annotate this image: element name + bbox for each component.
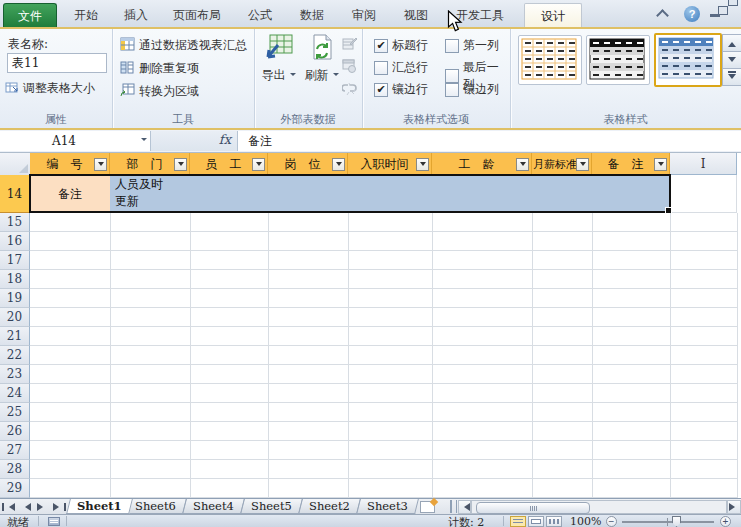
macro-record-icon[interactable]	[48, 517, 60, 526]
sheet-tab-sheet6[interactable]: Sheet6	[124, 499, 187, 514]
name-box[interactable]: A14	[0, 131, 151, 151]
row-header[interactable]: 21	[0, 327, 30, 346]
page-break-view-icon[interactable]	[546, 516, 562, 527]
data-range-properties-icon[interactable]	[342, 36, 357, 50]
horizontal-scrollbar[interactable]	[471, 500, 727, 514]
row-header[interactable]: 27	[0, 441, 30, 460]
sheet-tab-sheet4[interactable]: Sheet4	[182, 499, 245, 514]
next-sheet-icon[interactable]	[37, 503, 47, 511]
table-name-input[interactable]: 表11	[7, 53, 107, 73]
row-header[interactable]: 20	[0, 308, 30, 327]
row-header[interactable]: 23	[0, 365, 30, 384]
sheet-tab-sheet5[interactable]: Sheet5	[240, 499, 303, 514]
remove-duplicates-button[interactable]: 删除重复项	[120, 60, 199, 77]
column-header-e[interactable]: 入职时间	[348, 153, 432, 175]
resize-table-button[interactable]: 调整表格大小	[5, 80, 95, 97]
tab-developer[interactable]: 开发工具	[444, 3, 516, 27]
filter-dropdown-icon[interactable]	[416, 158, 429, 171]
gallery-scroll-down-icon[interactable]	[722, 51, 741, 69]
row-header[interactable]: 25	[0, 403, 30, 422]
checkbox-first-column[interactable]: 第一列	[445, 37, 499, 54]
last-sheet-icon[interactable]	[53, 503, 66, 511]
column-header-g[interactable]: 月薪标准	[532, 153, 592, 175]
column-header-a[interactable]: 编 号	[30, 153, 110, 175]
zoom-slider-thumb[interactable]	[672, 516, 681, 527]
name-box-dropdown-icon[interactable]	[141, 138, 147, 144]
unlink-icon[interactable]	[342, 82, 357, 96]
horizontal-scrollbar-thumb[interactable]	[476, 502, 590, 514]
cell-b14-merged[interactable]: 人员及时 更新	[110, 175, 670, 213]
insert-worksheet-icon[interactable]	[420, 501, 435, 513]
tab-split-handle[interactable]	[450, 500, 457, 513]
gallery-more-icon[interactable]	[722, 68, 741, 86]
tab-formulas[interactable]: 公式	[236, 3, 284, 27]
filter-dropdown-icon[interactable]	[516, 158, 529, 171]
select-all-corner[interactable]	[0, 153, 31, 176]
checkbox-banded-rows[interactable]: ✔ 镶边行	[374, 81, 428, 98]
filter-dropdown-icon[interactable]	[252, 158, 265, 171]
sheet-tab-sheet1[interactable]: Sheet1	[66, 499, 132, 514]
row-header[interactable]: 28	[0, 460, 30, 479]
zoom-out-icon[interactable]: −	[606, 516, 617, 527]
tab-page-layout[interactable]: 页面布局	[162, 3, 232, 27]
sheet-tab-sheet3[interactable]: Sheet3	[356, 499, 419, 514]
row-header[interactable]: 17	[0, 251, 30, 270]
column-header-c[interactable]: 员 工	[190, 153, 268, 175]
collapse-ribbon-icon[interactable]	[658, 6, 667, 22]
column-header-i[interactable]: I	[670, 153, 737, 175]
formula-input[interactable]: 备注	[238, 131, 741, 151]
sheet-tab-sheet2[interactable]: Sheet2	[298, 499, 361, 514]
row-header-14[interactable]: 14	[0, 175, 30, 213]
row-header[interactable]: 29	[0, 479, 30, 498]
tab-home[interactable]: 开始	[62, 3, 110, 27]
cell-i14[interactable]	[671, 175, 737, 213]
fx-icon[interactable]: fx	[219, 132, 231, 147]
row-header[interactable]: 24	[0, 384, 30, 403]
column-header-b[interactable]: 部 门	[110, 153, 190, 175]
hscroll-right-icon[interactable]	[727, 500, 741, 514]
previous-sheet-icon[interactable]	[21, 503, 31, 511]
tab-insert[interactable]: 插入	[112, 3, 160, 27]
tab-review[interactable]: 审阅	[340, 3, 388, 27]
filter-dropdown-icon[interactable]	[654, 158, 667, 171]
checkbox-total-row[interactable]: 汇总行	[374, 59, 428, 76]
filter-dropdown-icon[interactable]	[174, 158, 187, 171]
row-header[interactable]: 22	[0, 346, 30, 365]
checkbox-banded-columns[interactable]: 镶边列	[445, 81, 499, 98]
convert-to-range-button[interactable]: 转换为区域	[120, 83, 199, 100]
row-header[interactable]: 26	[0, 422, 30, 441]
row-header[interactable]: 15	[0, 213, 30, 232]
tab-data[interactable]: 数据	[288, 3, 336, 27]
export-button[interactable]: 导出	[257, 33, 301, 109]
page-layout-view-icon[interactable]	[528, 516, 544, 527]
tab-view[interactable]: 视图	[392, 3, 440, 27]
refresh-button[interactable]: 刷新	[303, 33, 341, 109]
normal-view-icon[interactable]	[510, 516, 526, 527]
first-sheet-icon[interactable]	[2, 503, 15, 511]
table-style-thumbnail-light[interactable]	[518, 35, 582, 85]
filter-dropdown-icon[interactable]	[576, 158, 589, 171]
checkbox-header-row[interactable]: ✔ 标题行	[374, 37, 428, 54]
cell-a14[interactable]: 备注	[30, 175, 110, 213]
row-header[interactable]: 19	[0, 289, 30, 308]
zoom-in-icon[interactable]: +	[720, 516, 731, 527]
row-header[interactable]: 18	[0, 270, 30, 289]
zoom-level[interactable]: 100%	[570, 515, 601, 527]
column-header-f[interactable]: 工 龄	[432, 153, 532, 175]
filter-dropdown-icon[interactable]	[332, 158, 345, 171]
table-style-thumbnail-dark[interactable]	[586, 35, 650, 85]
zoom-slider-track[interactable]	[622, 521, 714, 523]
row-header[interactable]: 16	[0, 232, 30, 251]
hscroll-left-icon[interactable]	[458, 500, 471, 514]
column-header-h[interactable]: 备 注	[592, 153, 670, 175]
table-style-thumbnail-blue-selected[interactable]	[654, 33, 722, 87]
tab-file[interactable]: 文件	[3, 3, 57, 28]
worksheet-grid[interactable]: 15 16 17 18 19 20 21 22 23 24 25 26 27 2…	[0, 213, 741, 498]
open-in-browser-icon[interactable]	[342, 59, 357, 73]
gallery-scroll-up-icon[interactable]	[722, 34, 741, 52]
filter-dropdown-icon[interactable]	[94, 158, 107, 171]
column-header-d[interactable]: 岗 位	[268, 153, 348, 175]
help-icon[interactable]: ?	[684, 6, 700, 22]
tab-design[interactable]: 设计	[524, 3, 582, 28]
summarize-pivottable-button[interactable]: 通过数据透视表汇总	[120, 37, 247, 54]
